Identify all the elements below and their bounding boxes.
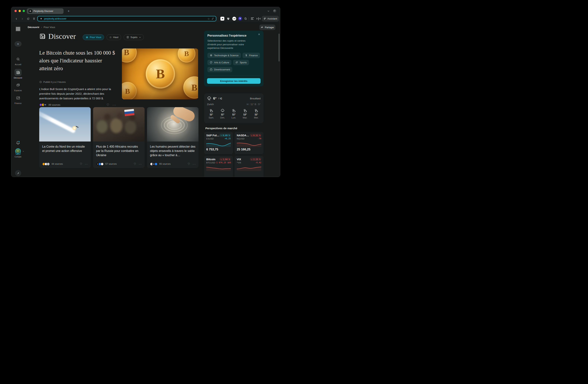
sidebar-item-spaces[interactable]: Espaces [11,81,25,92]
card-image-sand-touch [147,107,198,141]
sidebar-item-discover[interactable]: Découvrir [11,69,25,79]
sidebar-item-home[interactable]: Accueil [11,56,25,66]
quote-card-nasdaq[interactable]: NASDA… ↘ 0,31 % NQUSD -78 25 166,25 [234,132,264,154]
fog-cloud-icon [207,96,211,101]
quote-card-bitcoin[interactable]: Bitcoin ↘ 1,04 % BTCUSD -1 076,25 $US [204,156,233,177]
hero-source-favicons: a C TV [39,103,47,106]
hero-sources-count[interactable]: 89 sources [48,103,60,106]
hero-description: L'indice Bull Score de CryptoQuant a att… [39,87,116,101]
voice-waveform-icon[interactable] [257,17,260,20]
hero-article-title[interactable]: Le Bitcoin chute sous les 100 000 $ alor… [39,49,116,72]
clock-icon [39,81,42,83]
card-title: Les humains peuvent détecter des objets … [150,144,195,157]
perplexity-logo[interactable] [11,26,25,32]
card-sources-count[interactable]: 65 sources [159,163,171,165]
breadcrumb-root[interactable]: Découvrir [28,26,39,29]
more-options-icon[interactable]: ··· [85,163,88,165]
tab-for-you[interactable]: Pour Vous [83,34,104,40]
url-bar[interactable]: perplexity.ai/discover ☆ [37,16,216,21]
upgrade-button[interactable]: ↗ Mettre à ni… [11,170,25,177]
forward-button[interactable] [20,17,24,21]
discover-header: Discover [39,32,76,41]
toolbar-divider [249,17,249,21]
tab-bar: Perplexity Discover + [11,7,280,15]
forecast-day: 11°Dim. [218,109,227,119]
extension-cloud-icon[interactable] [226,17,230,21]
browser-profile-avatar[interactable] [273,9,276,13]
source-favicon: f [154,162,158,166]
more-options-icon[interactable]: ··· [139,163,142,165]
like-heart-icon[interactable]: ♡ [134,162,136,166]
save-interests-button[interactable]: Enregistrer les intérêts [207,78,261,84]
chip-sports[interactable]: Sports [233,60,249,65]
account-button[interactable]: pro Compte [11,148,25,158]
new-thread-button[interactable]: + [15,41,21,47]
tab-top[interactable]: ☆ Haut [106,34,121,40]
star-icon: ☆ [109,36,112,39]
new-tab-button[interactable]: + [66,9,71,13]
zoom-window-button[interactable] [23,10,25,12]
card-sources-count[interactable]: 44 sources [51,163,63,165]
topics-doc-icon [126,36,129,39]
reading-list-icon[interactable] [251,18,254,20]
scrollbar-thumb[interactable] [279,34,279,61]
close-icon[interactable]: × [257,32,261,36]
extension-send-icon[interactable] [220,17,224,21]
more-options-icon[interactable]: ··· [113,103,116,106]
assistant-button[interactable]: Assistant [262,16,279,21]
bookmark-star-icon[interactable]: ☆ [207,17,210,20]
chip-finance[interactable]: Finance [243,53,260,58]
reload-button[interactable] [26,17,30,21]
microphone-icon[interactable] [32,17,36,21]
article-card-2[interactable]: Plus de 1 400 Africains recrutés par la … [93,107,145,168]
sparkline-chart [237,165,261,171]
hero-image-bitcoin[interactable]: B B B B B [122,48,198,99]
article-card-1[interactable]: La Corée du Nord tire un missile et prom… [39,107,91,168]
card-sources-row: N M f 65 sources ♡ ··· [150,162,196,166]
chip-arts-culture[interactable]: Arts & Culture [207,60,231,65]
chip-technologie-science[interactable]: Technologie & Science [207,53,241,58]
card-image-missile [39,107,91,141]
like-heart-icon[interactable]: ♡ [188,162,190,166]
close-window-button[interactable] [15,10,17,12]
more-options-icon[interactable]: ··· [193,163,196,165]
weather-widget[interactable]: 6° F/C Brouillard Zurich H : 11° B : 5° … [204,93,264,123]
card-sources-count[interactable]: 57 sources [105,163,117,165]
browser-tab[interactable]: Perplexity Discover [27,8,63,14]
quote-card-vix[interactable]: VIX ↘ 2,15 % ^VIX -0,42 [234,156,264,177]
forecast-day: 11°Mer. [252,109,261,119]
forecast-day: 11°Sam. [207,109,216,119]
article-card-3[interactable]: Les humains peuvent détecter des objets … [147,107,198,168]
topic-chips: Technologie & Science Finance Arts & Cul… [207,53,262,72]
url-site-favicon [40,17,42,20]
extension-rm-icon[interactable]: rM [232,17,236,21]
tv-icon [210,68,213,71]
source-favicon: NK [47,162,50,166]
sidebar-item-finance[interactable]: Finance [11,94,25,104]
current-temp: 6° [213,96,216,100]
tab-topics[interactable]: Sujets [124,34,144,40]
like-heart-icon[interactable]: ♡ [106,103,109,107]
forecast-day: 11°Lun. [230,109,238,119]
extension-n-icon[interactable]: N [238,17,242,21]
weather-high-low: H : 11° B : 5° [247,103,261,106]
dollar-icon [245,54,248,57]
account-label: Compte [15,156,21,158]
tab-list-chevron-icon[interactable] [267,10,270,12]
unit-toggle[interactable]: F/C [218,97,222,100]
back-button[interactable] [15,17,18,21]
extensions-puzzle-icon[interactable] [244,17,248,21]
divider [207,76,260,76]
search-icon [15,56,21,63]
chip-divertissement[interactable]: Divertissement [207,67,232,72]
quote-card-sp[interactable]: S&P Fut… ↗ 0,09 % ESUSD +6,25 6 753,75 [204,132,233,154]
card-image-group [93,107,145,141]
account-chevron-icon [22,150,24,152]
share-button[interactable]: Partager [259,24,275,30]
card-title: Plus de 1 400 Africains recrutés par la … [96,144,142,157]
minimize-window-button[interactable] [19,10,21,12]
like-heart-icon[interactable]: ♡ [80,162,82,166]
copy-link-icon[interactable] [211,17,214,20]
tab-title: Perplexity Discover [33,10,53,12]
notifications-bell-icon[interactable] [11,140,25,145]
